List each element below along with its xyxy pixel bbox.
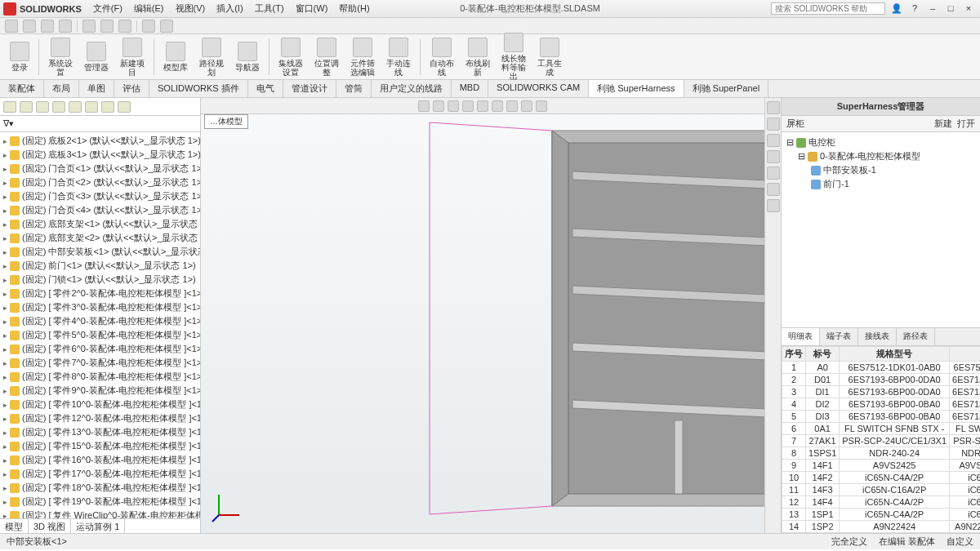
tree-item[interactable]: ▸(固定) 底部支架<1> (默认<<默认>_显示状态 1>)	[2, 217, 198, 231]
tree-item[interactable]: ▸(固定) [ 零件8^0-装配体-电控柜柜体模型 ]<1> (默认<<默	[2, 370, 198, 384]
redo-icon[interactable]	[118, 20, 131, 33]
rp-tree[interactable]: ⊟电控柜 ⊟0-装配体-电控柜柜体模型 中部安装板-1 前门-1	[782, 132, 980, 328]
table-row[interactable]: 914F1A9VS2425A9VS2425 VigiiC65-4P	[782, 460, 981, 472]
print-icon[interactable]	[82, 20, 96, 33]
scene-icon[interactable]	[521, 100, 532, 112]
appearance-icon[interactable]	[506, 100, 518, 112]
close-icon[interactable]: ×	[960, 3, 977, 14]
extra2-tab-icon[interactable]	[85, 101, 98, 113]
menu-item[interactable]: 工具(T)	[250, 1, 289, 16]
tree-item[interactable]: ▸(固定) 门锁<1> (默认<<默认>_显示状态 1>)	[2, 273, 198, 287]
user-icon[interactable]: 👤	[889, 3, 905, 14]
ribbon-item[interactable]: 线长物 料等输 出	[497, 31, 531, 82]
tree-filter-bar[interactable]: ∇▾	[0, 116, 200, 132]
table-row[interactable]: 3DI16ES7193-6BP00-0DA06ES7132-6BH01-0BA0…	[782, 386, 981, 398]
filter-icon[interactable]: ∇▾	[3, 118, 14, 129]
extra3-tab-icon[interactable]	[101, 101, 114, 113]
table-row[interactable]: 2D016ES7193-6BP00-0DA06ES7132-6BH01-0BA0…	[782, 374, 981, 386]
table-row[interactable]: 5DI36ES7193-6BP00-0BA06ES7131-6BH01-0BA0…	[782, 411, 981, 423]
orientation-triad[interactable]	[211, 491, 243, 523]
table-row[interactable]: 727AK1PSR-SCP-24UC/CE1/3X1PSR-SCP-24UC C…	[782, 435, 981, 447]
command-tab[interactable]: MBD	[452, 80, 488, 97]
ribbon-item[interactable]: 布线刷 新	[461, 36, 495, 78]
tree-item[interactable]: ▸(固定) [ 零件16^0-装配体-电控柜柜体模型 ]<1> (默认<<	[2, 453, 198, 467]
table-row[interactable]: 141SP2A9N22424A9N22424 iC65N (H) -2P	[782, 521, 981, 533]
tree-item[interactable]: ▸(固定) [ 复件 WireClip^0-装配体-电控柜柜体模型 ]<1> (…	[2, 509, 198, 518]
table-row[interactable]: 1A06ES7512-1DK01-0AB06ES7512-1DK01-0AB0 …	[782, 362, 981, 374]
tree-item[interactable]: ▸(固定) 中部安装板<1> (默认<<默认>_显示状态 1>)	[2, 245, 198, 259]
menu-item[interactable]: 文件(F)	[88, 1, 127, 16]
select-icon[interactable]	[142, 20, 155, 33]
ribbon-item[interactable]: 自动布 线	[425, 36, 459, 78]
tree-item[interactable]: ▸(固定) [ 零件12^0-装配体-电控柜柜体模型 ]<1> (默认<<	[2, 411, 198, 425]
tree-item[interactable]: ▸(固定) [ 零件9^0-装配体-电控柜柜体模型 ]<1> (默认<<默	[2, 384, 198, 398]
tree-item[interactable]: ▸(固定) [ 零件5^0-装配体-电控柜柜体模型 ]<1> (默认<<默	[2, 328, 198, 342]
display-tab-icon[interactable]	[52, 101, 65, 113]
tree-item[interactable]: ▸(固定) [ 零件19^0-装配体-电控柜柜体模型 ]<1> (默认<<	[2, 495, 198, 509]
section-icon[interactable]	[462, 100, 474, 112]
tree-item[interactable]: ▸(固定) [ 零件10^0-装配体-电控柜柜体模型 ]<1> (默认<<	[2, 398, 198, 411]
prop-tab-icon[interactable]	[20, 101, 33, 113]
table-row[interactable]: 1520F1A9N22404iC65N 1P-0F SLDPRT	[782, 533, 981, 534]
table-row[interactable]: 1214F4iC65N-C4A/2PiC65N 2P.SLDPRT	[782, 496, 981, 509]
display-style-icon[interactable]	[477, 100, 488, 112]
ribbon-item[interactable]: 导航器	[230, 40, 265, 73]
viewport[interactable]: …体模型	[201, 98, 764, 533]
tp-sh-icon[interactable]	[767, 199, 780, 212]
table-header[interactable]: 序号	[782, 347, 806, 362]
table-row[interactable]: 1014F2iC65N-C4A/2PiC65N 2P.SLDPRT	[782, 472, 981, 484]
ribbon-item[interactable]: 登录	[5, 40, 34, 73]
table-row[interactable]: 81SPS1NDR-240-24NDR-240-24.SLDPRT	[782, 447, 981, 460]
ribbon-item[interactable]: 系统设 置	[43, 36, 78, 78]
command-tab[interactable]: 装配体	[0, 80, 44, 97]
menu-item[interactable]: 窗口(W)	[291, 1, 333, 16]
zoom-fit-icon[interactable]	[418, 100, 430, 112]
rp-tab[interactable]: 接线表	[858, 328, 897, 345]
command-tab[interactable]: 利驰 SuperPanel	[684, 80, 769, 97]
rp-tab[interactable]: 明细表	[782, 328, 820, 345]
rp-tab[interactable]: 路径表	[897, 328, 935, 345]
table-row[interactable]: 60A1FL SWITCH SFNB STX -FL SWITCH SFNB S…	[782, 423, 981, 435]
tree-item[interactable]: ▸(固定) [ 零件6^0-装配体-电控柜柜体模型 ]<1> (默认<<默	[2, 342, 198, 356]
tree-item[interactable]: ▸(固定) 门合页<1> (默认<<默认>_显示状态 1>)	[2, 162, 198, 176]
command-tab[interactable]: 电气	[248, 80, 283, 97]
ribbon-item[interactable]: 模型库	[158, 40, 193, 73]
ribbon-item[interactable]: 手动连 线	[381, 36, 416, 78]
command-tab[interactable]: 利驰 SuperHarness	[589, 80, 684, 97]
tree-item[interactable]: ▸(固定) [ 零件18^0-装配体-电控柜柜体模型 ]<1> (默认<<	[2, 481, 198, 495]
command-tab[interactable]: 评估	[114, 80, 149, 97]
menu-item[interactable]: 插入(I)	[212, 1, 247, 16]
ribbon-item[interactable]: 新建项 目	[115, 36, 149, 78]
command-tab[interactable]: SOLIDWORKS CAM	[488, 80, 589, 97]
view-settings-icon[interactable]	[536, 100, 547, 112]
table-row[interactable]: 131SP1iC65N-C4A/2PiC65N 2P.SLDPRT	[782, 509, 981, 521]
command-tab[interactable]: 用户定义的线路	[372, 80, 452, 97]
viewport-doc-tab[interactable]: …体模型	[204, 114, 248, 129]
config-tab-icon[interactable]	[36, 101, 49, 113]
ribbon-item[interactable]: 集线器 设置	[274, 36, 308, 78]
menu-item[interactable]: 帮助(H)	[334, 1, 374, 16]
menu-item[interactable]: 视图(V)	[171, 1, 211, 16]
command-tab[interactable]: 单图	[79, 80, 114, 97]
tree-item[interactable]: ▸(固定) 门合页<4> (默认<<默认>_显示状态 1>)	[2, 203, 198, 217]
tp-design-icon[interactable]	[767, 118, 780, 131]
tp-appear-icon[interactable]	[767, 150, 780, 163]
table-row[interactable]: 4DI26ES7193-6BP00-0BA06ES7131-6BH01-0BA0…	[782, 398, 981, 411]
tree-bottom-tab[interactable]: 运动算例 1	[71, 519, 125, 533]
minimize-icon[interactable]: –	[924, 3, 941, 14]
table-header[interactable]: 标号	[806, 347, 840, 362]
tree-item[interactable]: ▸(固定) 门合页<3> (默认<<默认>_显示状态 1>)	[2, 189, 198, 203]
help-search-input[interactable]	[771, 2, 885, 15]
tree-item[interactable]: ▸(固定) [ 零件13^0-装配体-电控柜柜体模型 ]<1> (默认<<	[2, 425, 198, 439]
tree-bottom-tab[interactable]: 3D 视图	[29, 519, 71, 533]
command-tab[interactable]: 管道设计	[283, 80, 336, 97]
tree-item[interactable]: ▸(固定) 门合页<2> (默认<<默认>_显示状态 1>)	[2, 176, 198, 189]
hide-show-icon[interactable]	[492, 100, 503, 112]
extra4-tab-icon[interactable]	[118, 101, 131, 113]
tree-item[interactable]: ▸(固定) 底部支架<2> (默认<<默认>_显示状态 1>)	[2, 231, 198, 245]
rp-new-button[interactable]: 新建	[934, 118, 952, 130]
ribbon-item[interactable]: 工具生 成	[532, 36, 567, 78]
save-icon[interactable]	[59, 20, 72, 33]
tp-forum-icon[interactable]	[767, 183, 780, 196]
tree-item[interactable]: ▸(固定) 前门<1> (默认<<默认>_显示状态 1>)	[2, 259, 198, 273]
